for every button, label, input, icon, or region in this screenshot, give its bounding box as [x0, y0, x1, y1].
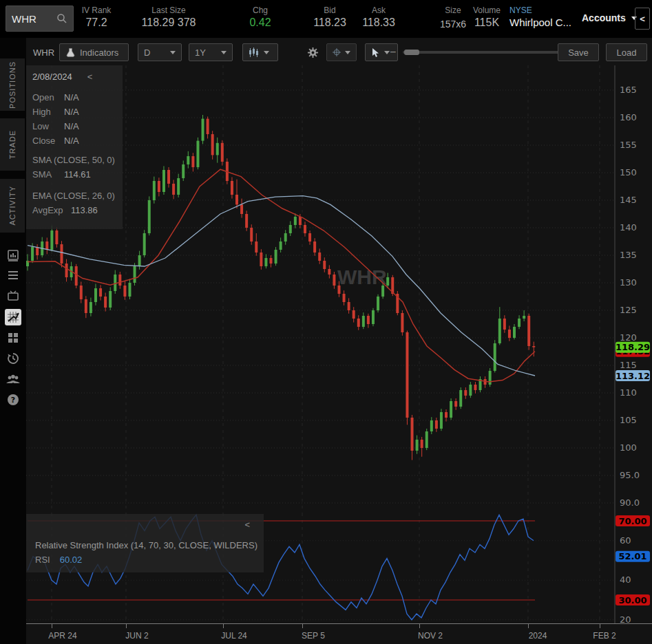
quote-value: 118.33	[362, 15, 395, 30]
symbol-watermark: WHR	[337, 266, 387, 288]
quote-value: 0.42	[249, 15, 271, 30]
ohlc-row-high: HighN/A	[32, 105, 123, 119]
trading-platform-window: WHR IV Rank77.2Last Size118.29 378Chg0.4…	[0, 0, 652, 644]
candlestick-type-icon	[249, 47, 260, 58]
chevron-down-icon	[264, 51, 269, 54]
ohlc-row-open: OpenN/A	[32, 90, 123, 105]
svg-text:160: 160	[620, 112, 637, 122]
svg-text:110: 110	[620, 387, 637, 398]
ema-label: AvgExp	[32, 203, 71, 217]
ema-study-title: EMA (CLOSE, 26, 0)	[32, 189, 123, 203]
quote-monitor-icon[interactable]	[5, 247, 21, 264]
apps-grid-icon[interactable]	[5, 330, 21, 346]
zoom-slider-thumb[interactable]	[404, 50, 419, 55]
sidebar-tab-label: TRADE	[8, 130, 17, 159]
chevron-down-icon	[345, 51, 350, 54]
timeframe-value: D	[144, 47, 150, 58]
crosshair-dropdown[interactable]	[326, 43, 357, 61]
charts-icon[interactable]	[5, 309, 21, 325]
community-icon[interactable]	[5, 371, 21, 387]
save-button[interactable]: Save	[558, 43, 599, 61]
timeframe-dropdown[interactable]: D	[138, 43, 182, 61]
svg-text:30.00: 30.00	[618, 595, 646, 605]
date-label: SEP 5	[302, 631, 325, 641]
date-tick	[126, 624, 127, 628]
watchlist-icon[interactable]	[5, 267, 21, 283]
range-value: 1Y	[195, 47, 206, 58]
ohlc-row-low: LowN/A	[32, 119, 123, 133]
svg-text:130: 130	[620, 277, 637, 288]
svg-text:52.01: 52.01	[618, 551, 646, 561]
date-tick	[302, 624, 303, 628]
history-icon[interactable]	[5, 350, 21, 367]
ema-value: 113.86	[71, 203, 98, 217]
cursor-date: 2/08/2024	[32, 71, 72, 83]
load-button[interactable]: Load	[606, 43, 647, 61]
indicators-label: Indicators	[80, 47, 118, 58]
quote-label: Chg	[249, 6, 271, 15]
search-icon[interactable]	[56, 13, 67, 24]
chart-type-dropdown[interactable]	[242, 43, 278, 61]
svg-text:?: ?	[11, 396, 15, 405]
sidebar-tab-activity[interactable]: ACTIVITY	[0, 179, 25, 233]
help-icon[interactable]: ?	[5, 391, 21, 408]
quote-field-iv-rank: IV Rank77.2	[82, 6, 112, 30]
svg-text:40: 40	[620, 575, 631, 585]
svg-text:105: 105	[620, 415, 637, 425]
symbol-input[interactable]: WHR	[12, 13, 56, 25]
left-sidebar: POSITIONSTRADEACTIVITY ?	[0, 38, 26, 644]
quote-value: 77.2	[82, 15, 112, 30]
svg-text:140: 140	[620, 222, 637, 233]
exchange-block: NYSE Whirlpool C...	[509, 6, 571, 30]
chevron-down-icon	[384, 51, 390, 54]
svg-text:120: 120	[620, 332, 637, 343]
collapse-panel-button[interactable]: <	[635, 8, 650, 30]
rsi-study-readout: < Relative Strength Index (14, 70, 30, C…	[26, 514, 264, 572]
accounts-menu[interactable]: Accounts	[582, 12, 637, 23]
quote-label: IV Rank	[82, 6, 112, 15]
svg-text:118.29: 118.29	[616, 342, 650, 352]
symbol-search-box[interactable]: WHR	[6, 6, 74, 32]
chart-settings-gear-icon[interactable]	[307, 47, 319, 61]
quote-field-chg: Chg0.42	[249, 6, 271, 30]
cursor-arrow-icon	[371, 47, 380, 58]
company-name: Whirlpool C...	[509, 15, 571, 30]
date-tick	[223, 624, 224, 628]
svg-text:125: 125	[620, 305, 637, 315]
quote-field-size: Size157x6	[440, 6, 466, 32]
range-dropdown[interactable]: 1Y	[189, 43, 233, 61]
toolbar-symbol-label: WHR	[33, 47, 54, 58]
sidebar-tab-positions[interactable]: POSITIONS	[0, 58, 25, 111]
sidebar-tab-trade[interactable]: TRADE	[0, 118, 25, 171]
rsi-collapse-button[interactable]: <	[244, 519, 250, 530]
svg-text:90.0: 90.0	[620, 497, 640, 508]
quote-value: 157x6	[440, 15, 466, 32]
indicators-button[interactable]: Indicators	[59, 43, 129, 61]
date-label: JUL 24	[221, 631, 247, 641]
quote-value: 118.29 378	[142, 15, 196, 30]
tv-icon[interactable]	[5, 288, 21, 304]
svg-text:60: 60	[620, 535, 631, 546]
sma-value: 114.61	[64, 167, 91, 182]
date-tick	[528, 624, 529, 628]
chart-toolbar: WHR Indicators D 1Y − +	[26, 38, 652, 65]
svg-text:150: 150	[620, 167, 637, 178]
zoom-out-button[interactable]: −	[390, 46, 396, 58]
date-label: NOV 2	[418, 631, 443, 641]
quote-label: Ask	[362, 6, 395, 15]
save-label: Save	[568, 47, 589, 58]
date-axis: APR 24JUN 2JUL 24SEP 5NOV 22024FEB 2	[26, 623, 652, 644]
zoom-control: − +	[390, 47, 576, 58]
date-tick	[52, 624, 52, 628]
rsi-label: RSI	[35, 552, 50, 568]
svg-text:165: 165	[620, 85, 637, 95]
accounts-label[interactable]: Accounts	[582, 12, 626, 23]
svg-text:115: 115	[620, 360, 637, 370]
date-tick	[600, 624, 600, 628]
quote-label: Size	[440, 6, 466, 15]
zoom-slider[interactable]	[403, 51, 562, 54]
quote-field-volume: Volume115K	[473, 6, 501, 30]
svg-text:155: 155	[620, 140, 637, 150]
readout-collapse-button[interactable]: <	[87, 71, 93, 83]
load-label: Load	[617, 47, 637, 58]
